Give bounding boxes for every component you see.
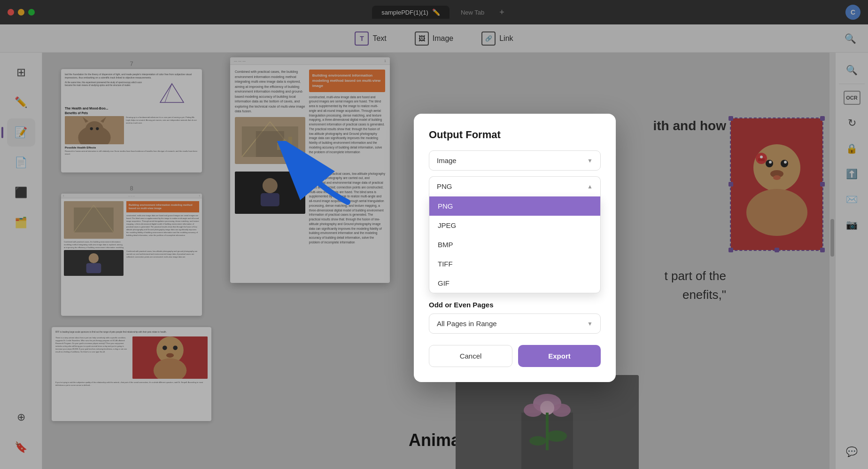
subformat-select-wrapper: PNG ▲ PNG JPEG BMP TIFF GIF (429, 176, 601, 293)
export-modal: Output Format Image ▼ PNG ▲ PNG JPEG BMP… (414, 114, 616, 382)
pages-section-label: Odd or Even Pages (429, 301, 601, 309)
export-button[interactable]: Export (518, 345, 601, 367)
pages-select-wrapper: All Pages in Range ▼ (429, 313, 601, 334)
dropdown-item-jpeg[interactable]: JPEG (429, 216, 600, 235)
subformat-chevron-up-icon: ▲ (587, 183, 593, 190)
cancel-button[interactable]: Cancel (429, 345, 512, 367)
dropdown-item-png[interactable]: PNG (429, 196, 600, 216)
subformat-select[interactable]: PNG ▲ (429, 176, 601, 196)
dropdown-item-gif[interactable]: GIF (429, 274, 600, 293)
format-selected-value: Image (437, 156, 457, 164)
pages-select[interactable]: All Pages in Range ▼ (429, 313, 601, 334)
subformat-selected-value: PNG (437, 182, 452, 190)
pages-chevron-down-icon: ▼ (587, 320, 593, 327)
format-chevron-down-icon: ▼ (587, 157, 593, 164)
modal-title: Output Format (429, 129, 601, 141)
format-select[interactable]: Image ▼ (429, 150, 601, 171)
pages-selected-value: All Pages in Range (437, 320, 497, 328)
dropdown-item-tiff[interactable]: TIFF (429, 254, 600, 274)
format-select-wrapper: Image ▼ (429, 150, 601, 171)
modal-buttons: Cancel Export (429, 345, 601, 367)
blue-arrow (272, 141, 366, 211)
dropdown-item-bmp[interactable]: BMP (429, 235, 600, 254)
subformat-dropdown: PNG JPEG BMP TIFF GIF (429, 196, 601, 293)
